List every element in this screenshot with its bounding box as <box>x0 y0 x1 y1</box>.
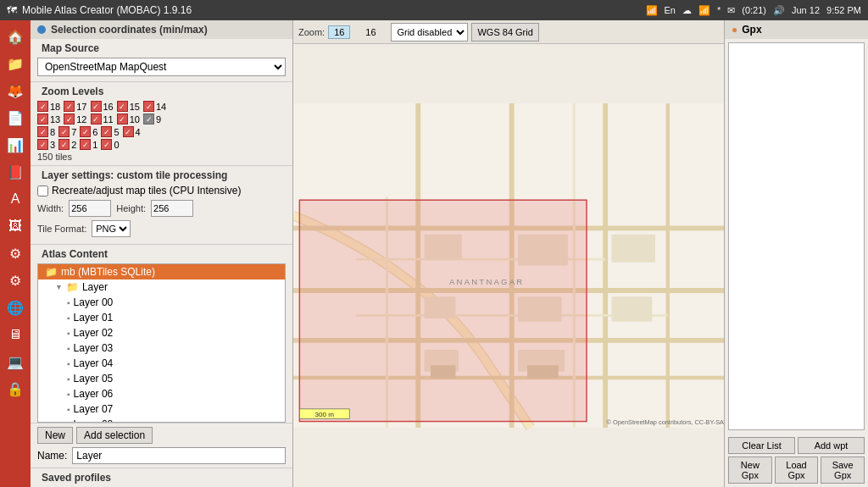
taskbar-text-icon[interactable]: A <box>3 186 28 212</box>
add-selection-button[interactable]: Add selection <box>76 427 153 444</box>
tree-item-layer04[interactable]: ▪ Layer 04 <box>38 356 285 371</box>
zoom-item-3[interactable]: ✓ 3 <box>37 139 55 150</box>
time-display: 9:52 PM <box>826 5 861 15</box>
taskbar-settings2-icon[interactable]: ⚙ <box>3 268 28 293</box>
tree-item-layer03[interactable]: ▪ Layer 03 <box>38 340 285 356</box>
recreate-checkbox[interactable] <box>37 185 48 196</box>
tree-item-mb[interactable]: 📁 mb (MBTiles SQLite) <box>38 264 285 279</box>
zoom-item-16[interactable]: ✓ 16 <box>91 101 114 112</box>
taskbar: 🏠 📁 🦊 📄 📊 📕 A 🖼 ⚙ ⚙ 🌐 🖥 💻 🔒 <box>0 20 31 487</box>
zoom-val-10: 10 <box>130 114 140 125</box>
zoom-val-3: 3 <box>50 140 55 150</box>
zoom-check-1[interactable]: ✓ <box>80 139 91 150</box>
taskbar-terminal-icon[interactable]: 🖥 <box>3 322 28 347</box>
zoom-item-7[interactable]: ✓ 7 <box>58 126 76 137</box>
zoom-check-0[interactable]: ✓ <box>101 139 112 150</box>
name-row: Name: <box>37 447 286 464</box>
zoom-label: Zoom: <box>298 27 325 37</box>
taskbar-folder-icon[interactable]: 📁 <box>3 51 28 76</box>
zoom-check-14[interactable]: ✓ <box>143 101 154 112</box>
layer-settings-label: Layer settings: custom tile processing <box>37 169 286 181</box>
taskbar-spreadsheet-icon[interactable]: 📊 <box>3 132 28 158</box>
zoom-check-11[interactable]: ✓ <box>91 113 102 125</box>
tree-item-layer08[interactable]: ▪ Layer 08 <box>38 417 285 423</box>
zoom-check-3[interactable]: ✓ <box>37 139 48 150</box>
zoom-item-2[interactable]: ✓ 2 <box>58 139 76 150</box>
zoom-check-4[interactable]: ✓ <box>123 126 134 137</box>
layer00-icon: ▪ <box>67 298 70 307</box>
tree-item-layer00[interactable]: ▪ Layer 00 <box>38 295 285 310</box>
zoom-item-8[interactable]: ✓ 8 <box>37 126 55 137</box>
tree-layer06-label: Layer 06 <box>74 388 114 400</box>
zoom-item-9[interactable]: ✓ 9 <box>143 113 161 125</box>
zoom-row-2: ✓ 13 ✓ 12 ✓ 11 ✓ 10 ✓ 9 <box>37 113 286 125</box>
zoom-check-12[interactable]: ✓ <box>64 113 75 125</box>
name-input[interactable] <box>72 447 286 464</box>
taskbar-doc-icon[interactable]: 📄 <box>3 105 28 130</box>
format-label: Tile Format: <box>37 224 86 234</box>
zoom-item-0[interactable]: ✓ 0 <box>101 139 119 150</box>
sys-icons: 📶 <box>646 5 658 16</box>
taskbar-lock-icon[interactable]: 🔒 <box>3 376 28 401</box>
zoom-check-18[interactable]: ✓ <box>37 101 48 112</box>
zoom-item-10[interactable]: ✓ 10 <box>117 113 140 125</box>
zoom-check-10[interactable]: ✓ <box>117 113 128 125</box>
zoom-check-17[interactable]: ✓ <box>64 101 75 112</box>
zoom-item-14[interactable]: ✓ 14 <box>143 101 166 112</box>
zoom-check-13[interactable]: ✓ <box>37 113 48 125</box>
zoom-check-9[interactable]: ✓ <box>143 113 154 125</box>
zoom-check-5[interactable]: ✓ <box>101 126 112 137</box>
zoom-val-13: 13 <box>50 114 60 125</box>
taskbar-image-icon[interactable]: 🖼 <box>3 213 28 239</box>
tree-item-layer07[interactable]: ▪ Layer 07 <box>38 401 285 417</box>
taskbar-pdf-icon[interactable]: 📕 <box>3 159 28 185</box>
zoom-item-13[interactable]: ✓ 13 <box>37 113 60 125</box>
format-select[interactable]: PNG <box>92 220 131 237</box>
zoom-check-15[interactable]: ✓ <box>117 101 128 112</box>
new-gpx-button[interactable]: New Gpx <box>728 457 772 484</box>
width-input[interactable] <box>69 200 111 217</box>
atlas-btn-row: New Add selection <box>37 427 286 444</box>
app-title: Mobile Atlas Creator (MOBAC) 1.9.16 <box>22 4 192 16</box>
taskbar-vm-icon[interactable]: 💻 <box>3 349 28 374</box>
zoom-item-6[interactable]: ✓ 6 <box>80 126 97 137</box>
tree-item-layer02[interactable]: ▪ Layer 02 <box>38 325 285 340</box>
saved-profiles-label: Saved profiles <box>42 472 111 484</box>
zoom-item-4[interactable]: ✓ 4 <box>123 126 141 137</box>
zoom-item-1[interactable]: ✓ 1 <box>80 139 97 150</box>
zoom-check-7[interactable]: ✓ <box>58 126 70 137</box>
zoom-check-16[interactable]: ✓ <box>91 101 102 112</box>
add-wpt-button[interactable]: Add wpt <box>798 437 865 454</box>
zoom-item-11[interactable]: ✓ 11 <box>91 113 114 125</box>
tree-layer-label: Layer <box>82 281 108 293</box>
save-gpx-button[interactable]: Save Gpx <box>821 457 865 484</box>
zoom-item-5[interactable]: ✓ 5 <box>101 126 119 137</box>
clear-list-button[interactable]: Clear List <box>728 437 795 454</box>
load-gpx-button[interactable]: Load Gpx <box>775 457 819 484</box>
tree-item-layer05[interactable]: ▪ Layer 05 <box>38 371 285 386</box>
zoom-item-17[interactable]: ✓ 17 <box>64 101 86 112</box>
taskbar-browser-icon[interactable]: 🦊 <box>3 78 28 103</box>
taskbar-home-icon[interactable]: 🏠 <box>3 24 28 49</box>
zoom-check-8[interactable]: ✓ <box>37 126 48 137</box>
grid-select[interactable]: Grid disabled 10km Grid 1km Grid <box>391 23 468 42</box>
zoom-item-18[interactable]: ✓ 18 <box>37 101 60 112</box>
tree-item-layer01[interactable]: ▪ Layer 01 <box>38 310 285 325</box>
tree-item-layer06[interactable]: ▪ Layer 06 <box>38 386 285 401</box>
atlas-tree[interactable]: 📁 mb (MBTiles SQLite) ▼ 📁 Layer ▪ Layer … <box>37 263 286 423</box>
map-source-select[interactable]: OpenStreetMap MapQuest <box>37 58 286 76</box>
zoom-val-14: 14 <box>156 102 166 112</box>
taskbar-chrome-icon[interactable]: 🌐 <box>3 295 28 320</box>
taskbar-gear-icon[interactable]: ⚙ <box>3 241 28 266</box>
zoom-check-2[interactable]: ✓ <box>58 139 70 150</box>
wgs-grid-button[interactable]: WGS 84 Grid <box>471 23 538 42</box>
map-area[interactable]: Zoom: 16 16 Grid disabled 10km Grid 1km … <box>293 20 724 487</box>
zoom-check-6[interactable]: ✓ <box>80 126 91 137</box>
zoom-item-15[interactable]: ✓ 15 <box>117 101 140 112</box>
new-button[interactable]: New <box>37 427 73 444</box>
map-canvas[interactable]: ANANTNAGAR 300 m © OpenStreetMap contrib… <box>293 44 724 487</box>
zoom-item-12[interactable]: ✓ 12 <box>64 113 86 125</box>
height-input[interactable] <box>151 200 193 217</box>
gpx-content <box>728 42 865 430</box>
tree-item-layer[interactable]: ▼ 📁 Layer <box>38 279 285 295</box>
